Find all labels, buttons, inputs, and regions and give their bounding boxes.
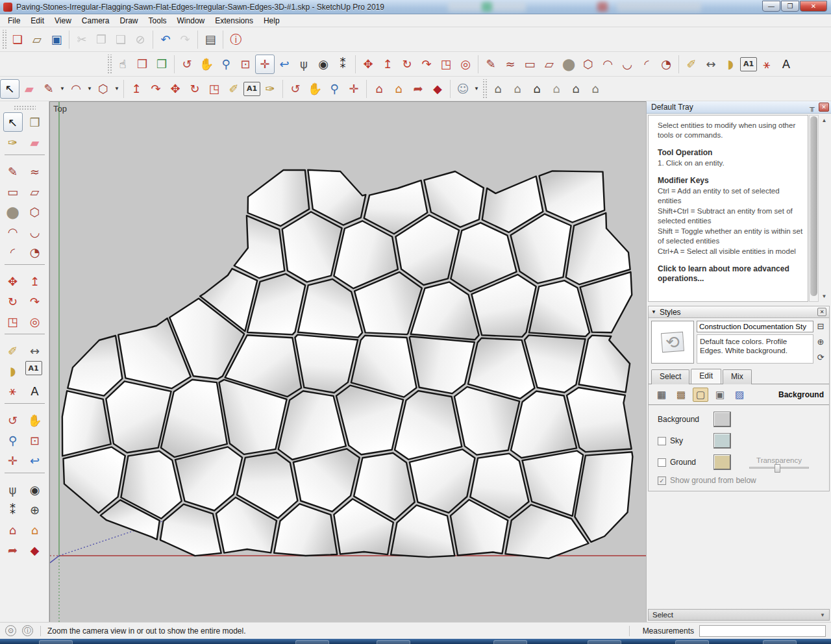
- garage-component-button-icon[interactable]: ⌂: [586, 79, 605, 99]
- paving-stone[interactable]: [282, 212, 342, 282]
- taskbar-app[interactable]: [763, 640, 797, 644]
- modeling-settings-icon[interactable]: ▨: [732, 388, 747, 402]
- arc-tool-icon[interactable]: ◠: [598, 55, 617, 74]
- select-hand-tool-icon[interactable]: ☝: [113, 55, 132, 74]
- toolbar-grip[interactable]: [482, 79, 487, 99]
- building-component-button-icon[interactable]: ⌂: [508, 79, 527, 99]
- scale-tool-icon[interactable]: ◳: [205, 79, 224, 99]
- paving-stone[interactable]: [410, 336, 475, 393]
- rotate-tool-icon[interactable]: ↻: [185, 79, 205, 99]
- rotated-rectangle-tool-icon[interactable]: ▱: [540, 55, 559, 74]
- scale-tool-icon[interactable]: ◳: [436, 55, 456, 74]
- face-settings-icon[interactable]: ▩: [673, 388, 689, 402]
- component-options-button-icon[interactable]: ❒: [132, 55, 152, 74]
- paving-stone[interactable]: [336, 386, 403, 455]
- two-point-arc-tool-icon[interactable]: ◡: [25, 222, 45, 242]
- paving-stone[interactable]: [106, 381, 171, 452]
- text-tool-icon[interactable]: A1: [25, 361, 42, 375]
- background-color-swatch[interactable]: [713, 412, 731, 427]
- extension-manager-button-icon[interactable]: ◆: [428, 79, 447, 99]
- arc-menu-tool-dropdown-icon[interactable]: ▼: [86, 79, 93, 99]
- select-tool-icon[interactable]: ↖: [0, 79, 19, 99]
- orbit-tool-icon[interactable]: ↺: [286, 79, 305, 99]
- redo-button-icon[interactable]: ↷: [175, 30, 195, 49]
- share-model-button-icon[interactable]: ➦: [408, 79, 428, 99]
- three-d-warehouse-button-icon[interactable]: ⌂: [3, 520, 23, 539]
- save-button-icon[interactable]: ▣: [47, 30, 66, 49]
- extension-manager-button-icon[interactable]: ◆: [25, 540, 45, 560]
- copy-button-icon[interactable]: ❐: [92, 30, 111, 49]
- extension-warehouse-button-icon[interactable]: ⌂: [25, 520, 45, 539]
- line-tool-icon[interactable]: ✎: [39, 79, 58, 99]
- model-viewport[interactable]: Top: [49, 101, 646, 622]
- line-tool-dropdown-icon[interactable]: ▼: [58, 79, 66, 99]
- tape-measure-tool-icon[interactable]: ✐: [682, 55, 701, 74]
- cut-button-icon[interactable]: ✂: [72, 30, 92, 49]
- menu-draw[interactable]: Draw: [115, 15, 143, 27]
- two-point-arc-tool-icon[interactable]: ◡: [617, 55, 637, 74]
- house-outline-component-button-icon[interactable]: ⌂: [566, 79, 586, 99]
- paving-stone[interactable]: [566, 213, 630, 284]
- pan-tool-icon[interactable]: ✋: [197, 55, 216, 74]
- zoom-extents-button-icon[interactable]: ✛: [3, 451, 23, 470]
- panel-expand-arrow-icon[interactable]: ▼: [820, 612, 825, 618]
- look-around-tool-icon[interactable]: ◉: [25, 480, 45, 499]
- collapse-triangle-icon[interactable]: ▼: [651, 309, 656, 315]
- menu-help[interactable]: Help: [258, 15, 285, 27]
- info-icon[interactable]: ⓘ: [22, 625, 33, 636]
- paving-stone[interactable]: [68, 336, 122, 396]
- polygon-tool-icon[interactable]: ⬡: [578, 55, 598, 74]
- shapes-tool-icon[interactable]: ⬡: [93, 79, 113, 99]
- dimension-tool-icon[interactable]: ↔: [25, 341, 45, 360]
- move-tool-icon[interactable]: ✥: [3, 271, 23, 291]
- ground-checkbox[interactable]: [658, 458, 666, 467]
- tab-edit[interactable]: Edit: [691, 369, 721, 384]
- axes-tool-icon[interactable]: ⚹: [757, 55, 776, 74]
- section-plane-tool-icon[interactable]: ⊕: [25, 500, 45, 519]
- pin-icon[interactable]: ╥: [807, 103, 817, 111]
- three-point-arc-tool-icon[interactable]: ◜: [3, 242, 23, 262]
- styles-panel-header[interactable]: ▼ Styles ✕: [649, 306, 829, 318]
- scroll-up-icon[interactable]: ▲: [822, 118, 827, 123]
- protractor-tool-icon[interactable]: ◗: [721, 55, 740, 74]
- position-camera-tool-icon[interactable]: ψ: [3, 480, 23, 499]
- undo-button-icon[interactable]: ↶: [156, 30, 175, 49]
- taskbar-app[interactable]: [295, 640, 329, 644]
- select-collapsed-panel[interactable]: Select ▼: [648, 609, 830, 621]
- taskbar-app[interactable]: [377, 640, 410, 644]
- toolbar-grip[interactable]: [14, 105, 36, 110]
- paving-stone[interactable]: [575, 452, 632, 542]
- move-tool-icon[interactable]: ✥: [166, 79, 185, 99]
- paving-stone[interactable]: [295, 335, 358, 393]
- styles-close-icon[interactable]: ✕: [817, 308, 826, 316]
- paving-stone[interactable]: [511, 391, 577, 458]
- pie-tool-icon[interactable]: ◔: [25, 242, 45, 262]
- home-component-button-icon[interactable]: ⌂: [527, 79, 547, 99]
- line-tool-icon[interactable]: ✎: [3, 162, 23, 181]
- polygon-tool-icon[interactable]: ⬡: [25, 202, 45, 221]
- zoom-extents-button-icon[interactable]: ✛: [255, 55, 275, 74]
- paving-stone[interactable]: [395, 391, 462, 460]
- instructor-scrollbar[interactable]: [809, 115, 819, 302]
- zoom-tool-icon[interactable]: ⚲: [325, 79, 344, 99]
- push-pull-tool-icon[interactable]: ↥: [127, 79, 146, 99]
- model-info-button-icon[interactable]: ⓘ: [226, 30, 245, 49]
- open-button-icon[interactable]: ▱: [27, 30, 47, 49]
- window-titlebar[interactable]: Paving-Stones-Irregular-Flagging-Sawn-Fl…: [0, 0, 831, 14]
- pan-tool-icon[interactable]: ✋: [305, 79, 325, 99]
- barn-component-button-icon[interactable]: ⌂: [547, 79, 566, 99]
- erase-button-icon[interactable]: ⊘: [130, 30, 150, 49]
- model-drawing[interactable]: [50, 102, 646, 622]
- zoom-previous-button-icon[interactable]: ↩: [25, 451, 45, 470]
- follow-me-tool-icon[interactable]: ↷: [25, 291, 45, 311]
- component-attributes-button-icon[interactable]: ❒: [152, 55, 171, 74]
- rectangle-tool-icon[interactable]: ▭: [3, 182, 23, 201]
- zoom-tool-icon[interactable]: ⚲: [3, 430, 23, 450]
- zoom-extents-button-icon[interactable]: ✛: [344, 79, 364, 99]
- transparency-slider[interactable]: [749, 467, 809, 469]
- menu-window[interactable]: Window: [172, 15, 210, 27]
- paving-stone[interactable]: [579, 336, 630, 393]
- zoom-window-tool-icon[interactable]: ⊡: [25, 430, 45, 450]
- rotate-tool-icon[interactable]: ↻: [397, 55, 417, 74]
- arc-tool-icon[interactable]: ◠: [3, 222, 23, 242]
